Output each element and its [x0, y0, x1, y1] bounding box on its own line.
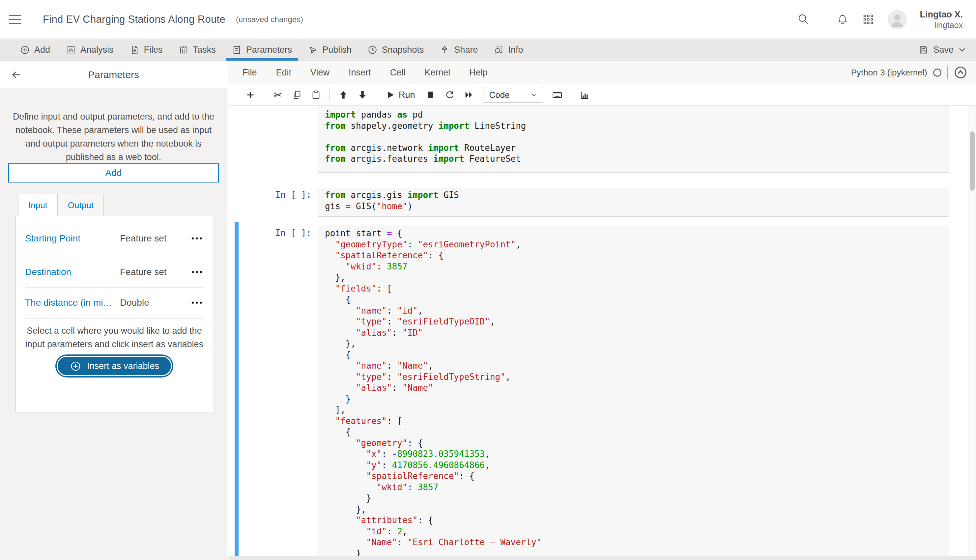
insert-button-label: Insert as variables	[87, 361, 159, 371]
move-cell-up-button[interactable]	[334, 86, 353, 103]
run-icon	[386, 91, 395, 99]
user-block[interactable]: Lingtao X. lingtaox	[920, 9, 963, 30]
user-username: lingtaox	[920, 20, 963, 30]
parameters-panel: Parameters Define input and output param…	[0, 61, 227, 560]
parameter-more-menu[interactable]: •••	[192, 267, 204, 277]
command-palette-button[interactable]	[548, 86, 567, 103]
parameter-name-link[interactable]: The distance (in mi…	[25, 297, 120, 308]
parameter-name-link[interactable]: Starting Point	[25, 233, 120, 244]
vertical-scrollbar[interactable]	[968, 106, 976, 556]
code-cell-point-start[interactable]: point_start = { "geometryType": "esriGeo…	[318, 226, 949, 560]
ribbon-toolbar: Add Analysis Files Tasks Parameters	[0, 39, 976, 61]
ribbon-item-info[interactable]: Info	[486, 39, 531, 61]
ribbon-item-parameters[interactable]: Parameters	[224, 39, 300, 61]
collapse-header-icon[interactable]	[954, 65, 968, 79]
chevron-down-icon	[531, 92, 537, 98]
cell-type-select[interactable]: Code	[483, 87, 543, 103]
ribbon-label: Info	[508, 45, 523, 55]
ribbon-label: Parameters	[246, 45, 292, 55]
ribbon-label: Share	[454, 45, 478, 55]
copy-cell-button[interactable]	[287, 86, 307, 103]
ribbon-label: Add	[34, 45, 50, 55]
unsaved-changes-badge: (unsaved changes)	[236, 15, 303, 24]
parameter-more-menu[interactable]: •••	[192, 298, 204, 307]
user-name: Lingtao X.	[920, 9, 963, 20]
selected-cell-indicator	[235, 222, 239, 560]
save-label: Save	[933, 45, 954, 55]
header-divider	[823, 0, 823, 39]
parameter-row: Starting Point Feature set •••	[25, 223, 204, 253]
parameter-row: The distance (in mi… Double •••	[25, 288, 204, 318]
add-parameter-button[interactable]: Add	[8, 163, 219, 182]
menu-kernel[interactable]: Kernel	[424, 68, 450, 78]
ribbon-item-add[interactable]: Add	[12, 39, 58, 61]
cell-type-value: Code	[489, 90, 510, 100]
menu-file[interactable]: File	[242, 68, 257, 78]
ribbon-item-share[interactable]: Share	[432, 39, 486, 61]
horizontal-scrollbar[interactable]	[228, 556, 976, 560]
cell-prompt: In [ ]:	[269, 189, 311, 201]
notebook-pane: File Edit View Insert Cell Kernel Help P…	[228, 61, 976, 560]
parameter-type: Feature set	[120, 233, 192, 244]
scissors-icon: ✂	[274, 89, 282, 101]
save-button[interactable]: Save	[918, 39, 966, 61]
parameter-list-card: Starting Point Feature set ••• Destinati…	[15, 216, 213, 412]
run-all-button[interactable]	[459, 86, 479, 103]
ribbon-label: Files	[144, 45, 163, 55]
avatar[interactable]	[888, 10, 907, 29]
toolbar-divider	[376, 88, 376, 102]
code-cell-imports[interactable]: import pandas as pdfrom shapely.geometry…	[318, 106, 949, 173]
ribbon-item-files[interactable]: Files	[122, 39, 171, 61]
vertical-scrollbar-thumb[interactable]	[970, 132, 975, 191]
parameter-name-link[interactable]: Destination	[25, 267, 120, 277]
menu-help[interactable]: Help	[469, 68, 488, 78]
panel-title: Parameters	[0, 69, 227, 80]
move-cell-down-button[interactable]	[353, 86, 372, 103]
code-cell-gis[interactable]: from arcgis.gis import GISgis = GIS("hom…	[318, 188, 949, 217]
run-label: Run	[399, 90, 415, 100]
tab-input[interactable]: Input	[18, 194, 58, 217]
menu-cell[interactable]: Cell	[390, 68, 405, 78]
ribbon-label: Publish	[322, 45, 352, 55]
toolbar-divider	[571, 88, 571, 102]
hamburger-menu-icon[interactable]	[9, 12, 21, 27]
restart-kernel-button[interactable]	[440, 86, 459, 103]
run-cell-button[interactable]: Run	[380, 90, 421, 100]
parameters-panel-header: Parameters	[0, 61, 227, 88]
plus-circle-icon	[70, 360, 82, 372]
menu-edit[interactable]: Edit	[276, 68, 292, 78]
notifications-bell-icon[interactable]	[836, 13, 849, 26]
interrupt-kernel-button[interactable]	[421, 86, 440, 103]
tab-output[interactable]: Output	[58, 194, 104, 217]
paste-cell-button[interactable]	[307, 86, 325, 103]
parameter-type: Double	[120, 297, 192, 308]
parameter-type: Feature set	[120, 267, 192, 277]
row-divider	[25, 318, 204, 318]
insert-as-variables-button[interactable]: Insert as variables	[57, 356, 172, 376]
notebook-menubar: File Edit View Insert Cell Kernel Help P…	[228, 61, 976, 84]
cut-cell-button[interactable]: ✂	[268, 86, 287, 103]
ribbon-label: Tasks	[193, 45, 216, 55]
menu-view[interactable]: View	[310, 68, 330, 78]
parameter-tabs: Input Output	[18, 194, 104, 217]
search-icon[interactable]	[797, 13, 809, 26]
ribbon-item-analysis[interactable]: Analysis	[58, 39, 122, 61]
app-grid-icon[interactable]	[862, 13, 874, 26]
app-window: Find EV Charging Stations Along Route (u…	[0, 0, 976, 560]
toolbar-divider	[264, 88, 264, 102]
kernel-divider	[947, 65, 948, 79]
cell-prompt: In [ ]:	[269, 228, 311, 239]
kernel-name: Python 3 (ipykernel)	[851, 68, 927, 78]
save-icon	[918, 45, 929, 55]
add-cell-button[interactable]	[241, 86, 260, 103]
ribbon-item-publish[interactable]: Publish	[300, 39, 359, 61]
ribbon-label: Analysis	[80, 45, 113, 55]
top-header: Find EV Charging Stations Along Route (u…	[0, 0, 976, 39]
open-command-chart-button[interactable]	[575, 86, 594, 103]
ribbon-item-tasks[interactable]: Tasks	[171, 39, 224, 61]
parameter-more-menu[interactable]: •••	[192, 234, 204, 243]
menu-insert[interactable]: Insert	[349, 68, 371, 78]
ribbon-item-snapshots[interactable]: Snapshots	[359, 39, 432, 61]
panel-description: Define input and output parameters, and …	[10, 110, 217, 164]
chevron-down-icon	[958, 46, 966, 54]
